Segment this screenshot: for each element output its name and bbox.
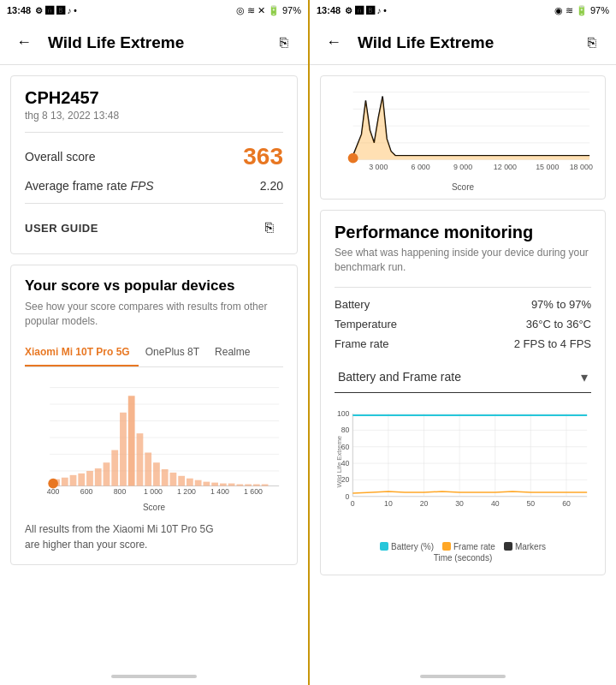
legend-battery-label: Battery (%) [391,542,434,551]
svg-text:10: 10 [384,499,393,508]
device-name: CPH2457 [25,88,283,108]
svg-rect-22 [178,475,185,485]
vs-section-card: Your score vs popular devices See how yo… [10,265,298,565]
svg-rect-15 [120,412,127,485]
legend-battery-dot [380,542,388,551]
svg-text:12 000: 12 000 [494,163,517,171]
battery-icon: 🔋 [268,5,280,16]
divider-perf [335,287,591,288]
tab-realme[interactable]: Realme [215,339,258,366]
user-guide-label: USER GUIDE [25,222,98,235]
wifi-icon: ◎ ≋ ✕ [236,5,265,16]
right-status-bar: 13:48 ⚙ 🅰 🅱 ♪ • ◉ ≋ 🔋 97% [310,0,616,21]
bar-chart-x-label: Score [25,503,283,512]
right-phone-panel: 13:48 ⚙ 🅰 🅱 ♪ • ◉ ≋ 🔋 97% ← Wild Life Ex… [308,0,616,685]
share-button-left[interactable]: ⎘ [270,29,298,57]
svg-rect-16 [128,396,135,485]
svg-text:1 400: 1 400 [210,487,229,496]
svg-rect-29 [236,484,243,485]
time-left: 13:48 [7,5,31,15]
device-tabs: Xiaomi Mi 10T Pro 5G OnePlus 8T Realme [25,339,283,367]
svg-rect-12 [95,468,102,485]
battery-percent-right: 97% [590,5,609,15]
frame-rate-value: 2.20 [260,179,283,193]
svg-text:800: 800 [114,487,127,496]
vs-title: Your score vs popular devices [25,277,283,295]
left-content: CPH2457 thg 8 13, 2022 13:48 Overall sco… [0,65,308,668]
battery-icon-right: 🔋 [576,5,588,16]
chart-legend: Battery (%) Frame rate Markers [335,542,591,551]
chart-svg: 400 600 800 1 000 1 200 1 400 1 600 [25,378,283,497]
user-guide-share-icon[interactable]: ⎘ [256,214,283,241]
share-button-right[interactable]: ⎘ [578,29,606,57]
right-app-bar: ← Wild Life Extreme ⎘ [310,21,616,65]
svg-text:600: 600 [80,487,93,496]
timeline-chart-container: 100 80 60 40 20 0 Wild Life Extreme [335,402,591,539]
legend-markers-dot [504,542,512,551]
svg-rect-30 [245,484,252,485]
legend-framerate: Frame rate [442,542,495,551]
status-time-left: 13:48 ⚙ 🅰 🅱 ♪ • [7,5,77,15]
tab-oneplus[interactable]: OnePlus 8T [145,339,208,366]
svg-text:0: 0 [346,491,350,500]
svg-rect-8 [62,477,68,485]
tab-xiaomi[interactable]: Xiaomi Mi 10T Pro 5G [25,339,139,366]
legend-framerate-dot [442,542,451,551]
nav-bar-right [420,675,506,678]
vs-subtitle: See how your score compares with results… [25,300,283,329]
status-time-right: 13:48 ⚙ 🅰 🅱 ♪ • [317,5,387,15]
battery-row: Battery 97% to 97% [335,298,591,311]
legend-battery: Battery (%) [380,542,434,551]
svg-text:1 200: 1 200 [177,487,196,496]
svg-text:60: 60 [562,499,571,508]
svg-text:20: 20 [420,499,429,508]
svg-rect-21 [170,473,177,486]
svg-text:0: 0 [351,499,355,508]
time-right: 13:48 [317,5,341,15]
app-title-right: Wild Life Extreme [358,33,568,52]
svg-text:1 000: 1 000 [144,487,163,496]
left-nav-indicator [0,668,308,685]
svg-text:Wild Life Extreme: Wild Life Extreme [335,435,343,487]
back-button-left[interactable]: ← [10,29,38,57]
left-phone-panel: 13:48 ⚙ 🅰 🅱 ♪ • ◎ ≋ ✕ 🔋 97% ← Wild Life … [0,0,308,685]
temperature-row: Temperature 36°C to 36°C [335,318,591,331]
svg-rect-18 [145,452,151,485]
chart-type-dropdown[interactable]: Battery and Frame rate ▾ [335,362,591,393]
app-title-left: Wild Life Extreme [48,33,260,52]
svg-rect-11 [86,471,93,486]
svg-rect-32 [262,484,269,485]
svg-rect-28 [228,483,235,485]
comparison-chart: 400 600 800 1 000 1 200 1 400 1 600 Scor… [25,378,283,515]
svg-text:15 000: 15 000 [536,163,559,171]
svg-point-47 [348,153,358,164]
top-chart-card: 3 000 6 000 9 000 12 000 15 000 18 000 S… [320,75,606,200]
svg-rect-31 [253,484,260,485]
framerate-label: Frame rate [335,337,389,350]
user-guide-row[interactable]: USER GUIDE ⎘ [25,214,283,241]
back-button-right[interactable]: ← [320,29,347,57]
perf-title: Performance monitoring [335,223,591,242]
timeline-svg: 100 80 60 40 20 0 Wild Life Extreme [335,402,591,530]
svg-rect-19 [153,462,160,485]
device-date: thg 8 13, 2022 13:48 [25,110,283,122]
perf-card: Performance monitoring See what was happ… [320,210,606,575]
svg-text:50: 50 [527,499,536,508]
divider-2 [25,203,283,204]
nav-bar-left [111,675,197,678]
divider-1 [25,132,283,133]
battery-percent: 97% [282,5,301,15]
frame-rate-row: Average frame rate FPS 2.20 [25,179,283,193]
svg-rect-14 [111,450,118,485]
timeline-x-label: Time (seconds) [335,553,591,563]
right-content: 3 000 6 000 9 000 12 000 15 000 18 000 S… [310,65,616,668]
wifi-icon-right: ◉ ≋ [554,5,573,16]
svg-rect-24 [195,480,202,485]
legend-framerate-label: Frame rate [453,542,495,551]
svg-rect-9 [70,474,77,485]
left-status-bar: 13:48 ⚙ 🅰 🅱 ♪ • ◎ ≋ ✕ 🔋 97% [0,0,308,21]
svg-rect-27 [220,483,227,485]
chevron-down-icon: ▾ [581,369,588,385]
perf-subtitle: See what was happening inside your devic… [335,246,591,275]
temperature-value: 36°C to 36°C [526,318,591,331]
